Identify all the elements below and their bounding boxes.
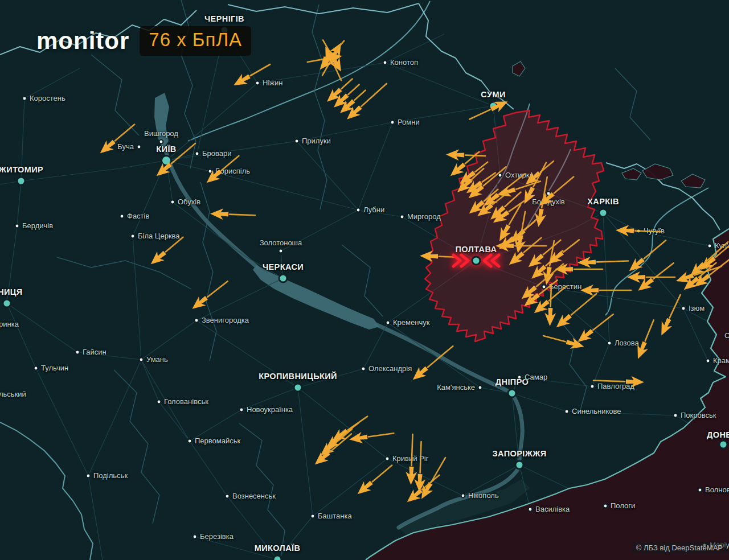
drone-trail [222,156,239,171]
drone-trail [361,84,387,106]
city-dot[interactable] [472,257,480,265]
drone-marker[interactable] [420,250,457,262]
target-chevron-icon [492,255,499,266]
drone-trail [635,231,661,232]
drone-marker[interactable] [354,461,395,499]
drone-marker[interactable] [189,277,231,313]
drone-trail [354,90,365,100]
drone-trail [484,167,506,186]
drone-marker[interactable] [96,120,138,158]
drone-trail [348,85,359,94]
drone-marker[interactable] [578,255,629,268]
drone-trail [670,295,681,318]
drone-trail [171,143,195,163]
drone-trail [551,284,551,307]
drone-marker[interactable] [446,149,486,161]
drone-marker[interactable] [552,289,600,331]
drone-trail [465,152,480,164]
drone-trail [524,238,542,253]
shahed-drone-icon [627,271,645,283]
drone-trail [514,221,534,237]
drone-marker[interactable] [203,151,243,187]
shahed-drone-icon [533,208,547,228]
shahed-drone-icon [544,308,556,327]
drone-trail [368,433,394,437]
drone-marker[interactable] [580,285,631,296]
drone-trail [645,320,654,341]
drone-markers-layer [96,37,729,507]
drone-trail [428,346,453,367]
drone-trail [469,110,490,120]
drone-marker[interactable] [153,139,199,180]
drone-trail [597,261,628,262]
drone-trail [431,458,445,482]
drone-trail [412,434,413,466]
target-chevron-icon [461,255,468,266]
map-header: monitor 76 х БпЛА [36,26,251,56]
drone-trail [308,59,323,62]
drone-trail [705,242,728,263]
shahed-drone-icon [616,224,634,236]
drone-marker[interactable] [656,293,686,338]
shahed-drone-icon [578,256,596,268]
strike-target-marker [453,255,499,266]
drone-marker[interactable] [522,157,557,188]
drone-monitor-map[interactable]: ЧЕРНІГІВКИЇВЖИТОМИРВІННИЦЯСУМИХАРКІВПОЛТ… [0,0,729,560]
drone-marker[interactable] [633,318,659,361]
drone-marker[interactable] [413,442,427,493]
drone-trail [341,79,352,89]
shahed-drone-icon [231,71,252,90]
drone-trail [207,281,227,297]
drone-trail [422,475,440,490]
shahed-drone-icon [656,316,674,337]
shahed-drone-icon [210,208,229,220]
shahed-drone-icon [405,467,417,485]
brand-logo: monitor [36,27,129,55]
drone-trail [115,125,134,141]
shahed-drone-icon [420,250,439,262]
drone-trail [644,240,666,258]
drone-marker[interactable] [574,310,617,346]
drone-trail [251,64,271,76]
drone-trail [554,177,574,193]
drone-trail [230,215,255,216]
drone-marker[interactable] [616,224,661,237]
drone-marker[interactable] [625,236,669,275]
drone-marker[interactable] [317,425,355,460]
map-attribution: © ЛБЗ від DeepStateMAP [632,542,727,554]
drone-trail [420,442,421,473]
drone-marker[interactable] [147,233,187,269]
drone-marker[interactable] [467,96,510,124]
drone-marker[interactable] [311,430,355,469]
target-chevron-icon [484,255,491,266]
drone-trail [563,240,579,252]
shahed-drone-icon [489,96,510,114]
target-marker-layer [453,255,499,266]
shahed-drone-icon [446,149,465,160]
drone-trail [571,294,596,315]
drone-marker[interactable] [405,434,418,485]
drone-marker[interactable] [231,59,273,90]
drone-trail [372,466,392,482]
drone-trail [166,237,183,252]
uav-count-badge: 76 х БпЛА [140,26,251,56]
shahed-drone-icon [189,293,210,313]
drone-trail [593,380,625,381]
shahed-drone-icon [633,340,650,361]
markers-overlay [0,0,729,560]
drone-marker[interactable] [686,238,729,280]
drone-marker[interactable] [210,208,256,221]
drone-marker[interactable] [512,211,531,254]
drone-marker[interactable] [349,427,395,445]
target-chevron-icon [453,255,460,266]
drone-marker[interactable] [593,374,645,388]
drone-trail [509,201,524,211]
drone-trail [543,336,566,341]
shahed-drone-icon [626,376,645,388]
drone-trail [593,314,613,330]
drone-marker[interactable] [409,341,456,384]
